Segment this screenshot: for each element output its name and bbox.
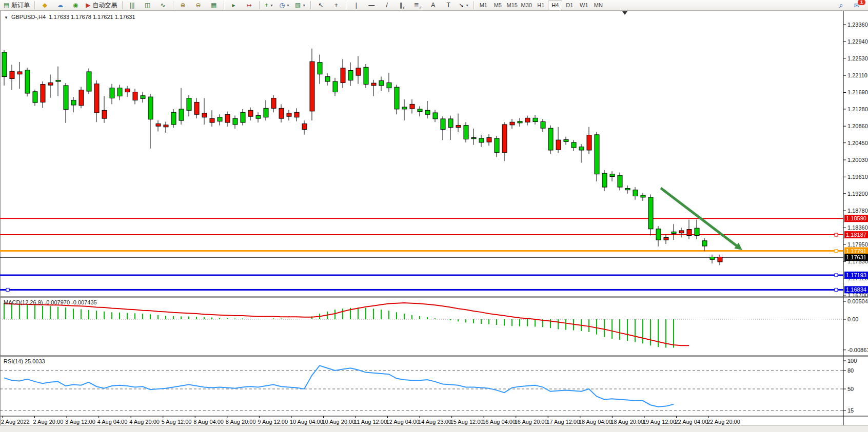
bar-chart-button[interactable]: ||| bbox=[125, 0, 140, 10]
price-tick-label: 1.20860 bbox=[847, 123, 868, 129]
time-tick-label: 9 Aug 12:00 bbox=[258, 419, 288, 425]
community-icon-icon: ☁ bbox=[57, 2, 63, 8]
line-chart-button[interactable]: ∿ bbox=[156, 0, 170, 10]
chart-canvas: 1.233601.229401.225301.221101.216901.212… bbox=[0, 0, 868, 432]
candle bbox=[471, 137, 476, 138]
arrows-button[interactable]: ↘▼ bbox=[457, 0, 471, 10]
price-tick-label: 1.17950 bbox=[847, 241, 868, 248]
tile-windows-button[interactable]: ▦ bbox=[207, 0, 221, 10]
label-icon: T bbox=[447, 2, 450, 8]
timeframe-m5-button[interactable]: M5 bbox=[490, 1, 505, 10]
candle bbox=[456, 126, 461, 128]
toolbar-separator bbox=[310, 1, 311, 9]
indicators-button[interactable]: +▼ bbox=[262, 0, 277, 10]
timeframe-m30-button[interactable]: M30 bbox=[519, 1, 534, 10]
candle bbox=[94, 84, 99, 113]
candle bbox=[695, 228, 699, 235]
fibonacci-button[interactable]: ≣F bbox=[410, 0, 425, 10]
hline-handle[interactable] bbox=[6, 288, 9, 291]
search-button[interactable]: ⌕ bbox=[834, 0, 849, 10]
icon-subscript: E bbox=[403, 6, 405, 10]
signals-icon[interactable]: ◉ bbox=[68, 0, 83, 10]
candle bbox=[87, 72, 91, 91]
cursor-button[interactable]: ↖ bbox=[313, 0, 328, 10]
new-order-icon: ▤ bbox=[4, 2, 9, 8]
candle bbox=[464, 126, 468, 139]
one-click-expander-icon[interactable]: ▼ bbox=[4, 15, 8, 20]
dropdown-arrow-icon[interactable]: ▼ bbox=[302, 4, 306, 7]
horizontal-line-button[interactable]: — bbox=[364, 0, 379, 10]
zoom-in-button[interactable]: ⊕ bbox=[176, 0, 190, 10]
candle bbox=[610, 174, 615, 177]
candle bbox=[410, 104, 415, 109]
price-badge-label: 1.16834 bbox=[846, 286, 866, 293]
zoom-out-button[interactable]: ⊖ bbox=[191, 0, 206, 10]
candlestick-chart-button[interactable]: ◫ bbox=[141, 0, 155, 10]
dropdown-arrow-icon[interactable]: ▼ bbox=[465, 4, 469, 7]
price-tick-label: 1.20030 bbox=[847, 157, 868, 163]
candle bbox=[394, 87, 399, 109]
community-icon[interactable]: ☁ bbox=[53, 0, 67, 10]
auto-scroll-button[interactable]: ▸ bbox=[227, 0, 241, 10]
candle bbox=[548, 128, 553, 150]
templates-icon: ▧ bbox=[295, 2, 301, 8]
candle bbox=[487, 137, 491, 142]
hline-handle[interactable] bbox=[835, 274, 838, 277]
equidistant-channel-button[interactable]: ∥E bbox=[395, 0, 409, 10]
candle bbox=[10, 71, 14, 78]
time-tick-label: 19 Aug 12:00 bbox=[643, 419, 676, 425]
rsi-indicator-label: RSI(14) 25.0033 bbox=[4, 358, 45, 364]
trendline-button[interactable]: / bbox=[380, 0, 394, 10]
candle bbox=[233, 118, 238, 125]
vertical-line-icon: | bbox=[356, 2, 357, 8]
candle bbox=[256, 116, 261, 119]
chat-button[interactable]: ✉ 1 bbox=[850, 0, 864, 10]
candle bbox=[271, 98, 276, 108]
candle bbox=[718, 257, 722, 262]
price-tick-label: 1.22940 bbox=[847, 38, 868, 45]
templates-button[interactable]: ▧▼ bbox=[293, 0, 308, 10]
dropdown-arrow-icon[interactable]: ▼ bbox=[286, 4, 290, 7]
timeframe-w1-button[interactable]: W1 bbox=[577, 1, 591, 10]
dropdown-arrow-icon[interactable]: ▼ bbox=[270, 4, 273, 7]
new-order-button[interactable]: ▤新订单 bbox=[2, 0, 32, 10]
price-tick-label: 1.23360 bbox=[847, 22, 868, 28]
periods-button[interactable]: ◷▼ bbox=[278, 0, 292, 10]
chart-shift-button[interactable]: ↦ bbox=[242, 0, 257, 10]
macd-indicator-label: MACD(12,26,9) -0.007970 -0.007435 bbox=[4, 299, 97, 305]
icon-subscript: F bbox=[420, 6, 422, 10]
timeframe-mn-button[interactable]: MN bbox=[591, 1, 605, 10]
timeframe-h1-button[interactable]: H1 bbox=[534, 1, 548, 10]
candle bbox=[525, 118, 530, 122]
time-tick-label: 12 Aug 04:00 bbox=[386, 419, 420, 425]
candle bbox=[441, 119, 445, 130]
time-tick-label: 8 Aug 04:00 bbox=[193, 419, 224, 425]
hline-handle[interactable] bbox=[835, 250, 838, 253]
candle bbox=[448, 119, 453, 128]
time-tick-label: 15 Aug 12:00 bbox=[450, 419, 484, 425]
candlestick-chart-icon: ◫ bbox=[145, 2, 150, 8]
timeframe-m1-button[interactable]: M1 bbox=[476, 1, 490, 10]
price-badge-label: 1.17631 bbox=[846, 254, 866, 260]
label-button[interactable]: T bbox=[441, 0, 456, 10]
timeframe-d1-button[interactable]: D1 bbox=[562, 1, 577, 10]
mt4-terminal: { "toolbar": { "new_order_label": "新订单",… bbox=[0, 0, 868, 432]
timeframe-m15-button[interactable]: M15 bbox=[505, 1, 519, 10]
candle bbox=[418, 109, 422, 112]
candle bbox=[41, 85, 45, 102]
market-watch-icon[interactable]: ◆ bbox=[37, 0, 52, 10]
crosshair-button[interactable]: + bbox=[329, 0, 343, 10]
time-tick-label: 10 Aug 20:00 bbox=[322, 419, 355, 425]
timeframe-h4-button[interactable]: H4 bbox=[548, 1, 562, 10]
hline-handle[interactable] bbox=[835, 288, 838, 291]
hline-handle[interactable] bbox=[835, 233, 838, 236]
price-badge-label: 1.17791 bbox=[846, 248, 866, 254]
time-tick-label: 2 Aug 20:00 bbox=[33, 419, 64, 425]
text-button[interactable]: A bbox=[426, 0, 440, 10]
candle bbox=[602, 173, 607, 187]
vertical-line-button[interactable]: | bbox=[349, 0, 363, 10]
toolbar-separator bbox=[259, 1, 260, 9]
candle bbox=[356, 68, 361, 75]
time-tick-label: 22 Aug 20:00 bbox=[707, 419, 740, 425]
autotrading-button[interactable]: ▶自动交易 bbox=[84, 0, 119, 10]
